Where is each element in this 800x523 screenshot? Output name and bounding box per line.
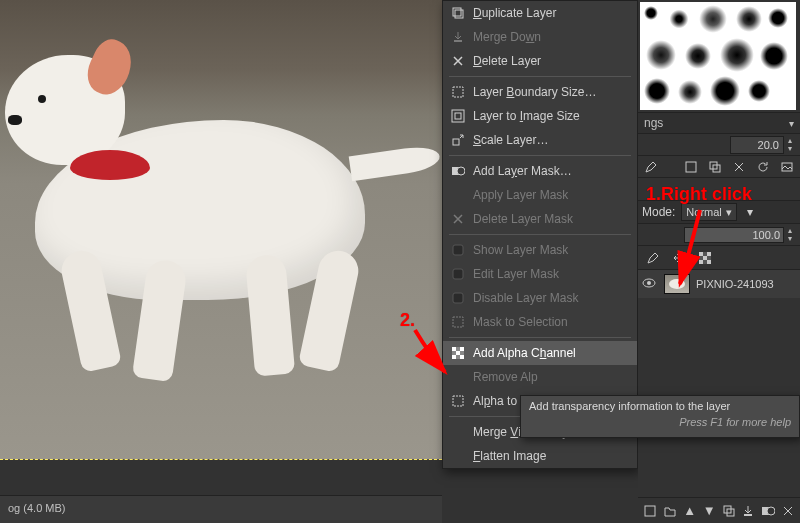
panel-gap bbox=[638, 178, 800, 200]
spacing-input[interactable]: 20.0 bbox=[730, 136, 784, 154]
menu-label: Flatten Image bbox=[473, 449, 629, 463]
menu-remove-alpha-channel: Remove Alp bbox=[443, 365, 637, 389]
lock-pixels-icon[interactable] bbox=[644, 249, 662, 267]
delete-mask-icon bbox=[449, 212, 467, 226]
svg-point-43 bbox=[767, 507, 775, 515]
menu-delete-layer-mask: Delete Layer Mask bbox=[443, 207, 637, 231]
opacity-slider[interactable]: 100.0 bbox=[684, 227, 784, 243]
menu-label: Disable Layer Mask bbox=[473, 291, 629, 305]
spacing-value: 20.0 bbox=[758, 139, 779, 151]
menu-flatten-image[interactable]: Flatten Image bbox=[443, 444, 637, 468]
menu-layer-boundary-size[interactable]: Layer Boundary Size… bbox=[443, 80, 637, 104]
lower-layer-icon[interactable]: ▼ bbox=[701, 502, 718, 520]
spacing-row: 20.0 ▴ ▾ bbox=[638, 134, 800, 156]
svg-rect-28 bbox=[703, 252, 707, 256]
lock-row bbox=[638, 246, 800, 270]
svg-rect-4 bbox=[452, 110, 464, 122]
menu-label: Show Layer Mask bbox=[473, 243, 629, 257]
menu-separator bbox=[449, 76, 631, 77]
menu-separator bbox=[449, 155, 631, 156]
new-brush-icon[interactable] bbox=[682, 158, 700, 176]
chevron-down-icon[interactable]: ▾ bbox=[789, 118, 794, 129]
svg-rect-3 bbox=[453, 87, 463, 97]
menu-label: Remove Alp bbox=[473, 370, 629, 384]
menu-layer-to-image-size[interactable]: Layer to Image Size bbox=[443, 104, 637, 128]
svg-rect-11 bbox=[453, 293, 463, 303]
svg-rect-21 bbox=[460, 355, 464, 359]
svg-rect-35 bbox=[707, 260, 711, 264]
svg-point-37 bbox=[647, 281, 651, 285]
edit-brush-icon[interactable] bbox=[642, 158, 660, 176]
menu-delete-layer[interactable]: Delete Layer bbox=[443, 49, 637, 73]
menu-label: Delete Layer bbox=[473, 54, 629, 68]
mask-to-selection-icon bbox=[449, 315, 467, 329]
lock-alpha-icon[interactable] bbox=[696, 249, 714, 267]
add-mask-icon[interactable] bbox=[760, 502, 777, 520]
duplicate-brush-icon[interactable] bbox=[706, 158, 724, 176]
duplicate-layer-icon[interactable] bbox=[721, 502, 738, 520]
menu-label: Layer to Image Size bbox=[473, 109, 629, 123]
svg-rect-34 bbox=[703, 260, 707, 264]
menu-label: Delete Layer Mask bbox=[473, 212, 629, 226]
visibility-toggle-icon[interactable] bbox=[642, 276, 658, 292]
menu-scale-layer[interactable]: Scale Layer… bbox=[443, 128, 637, 152]
svg-rect-23 bbox=[686, 162, 696, 172]
opacity-stepper[interactable]: ▴ ▾ bbox=[784, 226, 796, 244]
boundary-icon bbox=[449, 85, 467, 99]
delete-brush-icon[interactable] bbox=[730, 158, 748, 176]
layer-row[interactable]: PIXNIO-241093 bbox=[638, 270, 800, 298]
step-down-icon[interactable]: ▾ bbox=[784, 235, 796, 243]
chevron-down-icon: ▾ bbox=[726, 206, 732, 219]
menu-add-layer-mask[interactable]: Add Layer Mask… bbox=[443, 159, 637, 183]
duplicate-icon bbox=[449, 6, 467, 20]
delete-layer-icon[interactable] bbox=[779, 502, 796, 520]
refresh-brushes-icon[interactable] bbox=[754, 158, 772, 176]
checkbox-icon bbox=[449, 244, 467, 256]
svg-rect-41 bbox=[744, 514, 752, 516]
menu-label: Merge Down bbox=[473, 30, 629, 44]
svg-rect-16 bbox=[452, 351, 456, 355]
menu-disable-layer-mask: Disable Layer Mask bbox=[443, 286, 637, 310]
mode-select[interactable]: Normal ▾ bbox=[681, 203, 736, 221]
step-down-icon[interactable]: ▾ bbox=[784, 145, 796, 153]
alpha-to-selection-icon bbox=[449, 394, 467, 408]
mode-value: Normal bbox=[686, 206, 721, 218]
menu-show-layer-mask: Show Layer Mask bbox=[443, 238, 637, 262]
menu-add-alpha-channel[interactable]: Add Alpha Channel bbox=[443, 341, 637, 365]
raise-layer-icon[interactable]: ▲ bbox=[681, 502, 698, 520]
right-panel: ngs ▾ 20.0 ▴ ▾ Mode: bbox=[638, 0, 800, 523]
menu-label: Apply Layer Mask bbox=[473, 188, 629, 202]
svg-rect-31 bbox=[703, 256, 707, 260]
svg-rect-13 bbox=[452, 347, 456, 351]
new-group-icon[interactable] bbox=[662, 502, 679, 520]
merge-down-icon[interactable] bbox=[740, 502, 757, 520]
menu-mask-to-selection: Mask to Selection bbox=[443, 310, 637, 334]
menu-apply-layer-mask: Apply Layer Mask bbox=[443, 183, 637, 207]
panel-tab-bar[interactable]: ngs ▾ bbox=[638, 112, 800, 134]
scale-icon bbox=[449, 133, 467, 147]
lock-position-icon[interactable] bbox=[670, 249, 688, 267]
canvas-area[interactable] bbox=[0, 0, 442, 460]
subject-dog-nose bbox=[8, 115, 22, 125]
new-layer-icon[interactable] bbox=[642, 502, 659, 520]
svg-rect-32 bbox=[707, 256, 711, 260]
status-text: og (4.0 MB) bbox=[8, 502, 65, 514]
menu-duplicate-layer[interactable]: Duplicate Layer bbox=[443, 1, 637, 25]
svg-rect-5 bbox=[455, 113, 461, 119]
brushes-grid[interactable] bbox=[640, 2, 796, 110]
open-as-image-icon[interactable] bbox=[778, 158, 796, 176]
spacing-stepper[interactable]: ▴ ▾ bbox=[784, 136, 796, 154]
svg-rect-22 bbox=[453, 396, 463, 406]
delete-icon bbox=[449, 54, 467, 68]
layer-name[interactable]: PIXNIO-241093 bbox=[696, 278, 774, 290]
image-content bbox=[0, 0, 442, 460]
svg-rect-9 bbox=[453, 245, 463, 255]
add-mask-icon bbox=[449, 164, 467, 178]
tooltip: Add transparency information to the laye… bbox=[520, 395, 800, 438]
panel-tab-label: ngs bbox=[644, 116, 663, 130]
fit-image-icon bbox=[449, 109, 467, 123]
svg-rect-17 bbox=[456, 351, 460, 355]
svg-rect-19 bbox=[452, 355, 456, 359]
chevron-down-icon[interactable]: ▾ bbox=[747, 205, 753, 219]
svg-rect-2 bbox=[454, 40, 462, 42]
